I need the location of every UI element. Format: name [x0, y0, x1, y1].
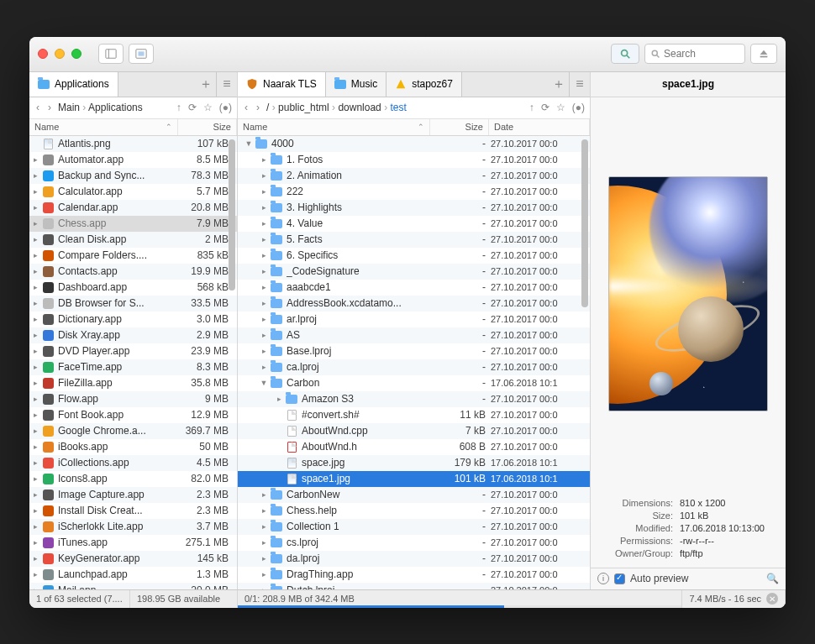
list-item[interactable]: ▸KeyGenerator.app145 kB — [29, 551, 237, 567]
list-item[interactable]: ▸Compare Folders....835 kB — [29, 248, 237, 264]
refresh-icon[interactable]: ⟳ — [541, 102, 549, 113]
mid-scrollbar[interactable] — [580, 136, 590, 589]
left-breadcrumb[interactable]: Main › Applications — [58, 102, 143, 113]
list-item[interactable]: ▸AS-27.10.2017 00:0 — [238, 327, 590, 343]
list-item[interactable]: ▸Amazon S3-27.10.2017 00:0 — [238, 391, 590, 407]
search-button[interactable] — [611, 44, 639, 64]
airdrop-icon[interactable]: (●) — [219, 102, 232, 113]
list-item[interactable]: ▸3. Highlights-27.10.2017 00:0 — [238, 200, 590, 216]
tab-music[interactable]: Music — [326, 72, 386, 97]
list-item[interactable]: ▸iCollections.app4.5 MB — [29, 455, 237, 471]
list-item[interactable]: ▸FaceTime.app8.3 MB — [29, 359, 237, 375]
minimize-window-button[interactable] — [55, 49, 65, 59]
list-item[interactable]: ▸Clean Disk.app2 MB — [29, 232, 237, 248]
list-item[interactable]: ▸Dashboard.app568 kB — [29, 280, 237, 296]
list-item[interactable]: ▸1. Fotos-27.10.2017 00:0 — [238, 152, 590, 168]
nav-up-icon[interactable]: ↑ — [176, 102, 181, 113]
list-item[interactable]: ▸Chess.app7.9 MB — [29, 216, 237, 232]
mid-breadcrumb[interactable]: / › public_html › download › test — [266, 102, 407, 113]
list-item[interactable]: ▸Image Capture.app2.3 MB — [29, 487, 237, 503]
tab-menu-button[interactable]: ≡ — [217, 72, 237, 97]
tab-menu-button[interactable]: ≡ — [570, 72, 590, 97]
list-item[interactable]: ▸Automator.app8.5 MB — [29, 152, 237, 168]
list-item[interactable]: #convert.sh#11 kB27.10.2017 00:0 — [238, 407, 590, 423]
list-item[interactable]: ▸Calculator.app5.7 MB — [29, 184, 237, 200]
list-item[interactable]: ▸Chess.help-27.10.2017 00:0 — [238, 503, 590, 519]
list-item[interactable]: ▸cs.lproj-27.10.2017 00:0 — [238, 535, 590, 551]
list-item[interactable]: ▸_CodeSignature-27.10.2017 00:0 — [238, 264, 590, 280]
list-item[interactable]: space1.jpg101 kB17.06.2018 10:1 — [238, 471, 590, 487]
list-item[interactable]: ▸Contacts.app19.9 MB — [29, 264, 237, 280]
cancel-transfer-button[interactable]: ✕ — [766, 593, 778, 605]
list-item[interactable]: ▸Launchpad.app1.3 MB — [29, 567, 237, 583]
col-size[interactable]: Size — [430, 119, 489, 135]
list-item[interactable]: ▸iBooks.app50 MB — [29, 439, 237, 455]
list-item[interactable]: ▸ar.lproj-27.10.2017 00:0 — [238, 312, 590, 327]
zoom-icon[interactable]: 🔍 — [766, 573, 779, 584]
favorite-icon[interactable]: ☆ — [556, 102, 565, 113]
list-item[interactable]: ▸Disk Xray.app2.9 MB — [29, 327, 237, 343]
left-file-list[interactable]: Atlantis.png107 kB▸Automator.app8.5 MB▸B… — [29, 136, 237, 589]
sidebar-toggle-button[interactable] — [98, 44, 124, 64]
zoom-window-button[interactable] — [71, 49, 82, 59]
list-item[interactable]: ▸Font Book.app12.9 MB — [29, 407, 237, 423]
tab-applications[interactable]: Applications — [29, 72, 118, 97]
list-item[interactable]: ▸ca.lproj-27.10.2017 00:0 — [238, 359, 590, 375]
list-item[interactable]: ▸Icons8.app82.0 MB — [29, 471, 237, 487]
list-item[interactable]: ▸Mail.app20.0 MB — [29, 583, 237, 589]
list-item[interactable]: ▸Dictionary.app3.0 MB — [29, 312, 237, 327]
list-item[interactable]: AboutWnd.cpp7 kB27.10.2017 00:0 — [238, 423, 590, 439]
tab-naarak-tls[interactable]: Naarak TLS — [238, 72, 326, 97]
nav-forward-button[interactable]: › — [255, 102, 261, 113]
nav-back-button[interactable]: ‹ — [34, 102, 41, 113]
list-item[interactable]: ▸Install Disk Creat...2.3 MB — [29, 503, 237, 519]
add-tab-button[interactable]: ＋ — [195, 72, 217, 97]
tab-stapoz67[interactable]: stapoz67 — [386, 72, 462, 97]
list-item[interactable]: ▸Flow.app9 MB — [29, 391, 237, 407]
col-date[interactable]: Date — [489, 119, 590, 135]
list-item[interactable]: ▸DragThing.app-27.10.2017 00:0 — [238, 567, 590, 583]
preview-toggle-button[interactable] — [129, 44, 154, 64]
list-item[interactable]: ▸DVD Player.app23.9 MB — [29, 343, 237, 359]
search-input[interactable] — [664, 48, 731, 60]
list-item[interactable]: ▸FileZilla.app35.8 MB — [29, 375, 237, 391]
search-field[interactable] — [644, 44, 745, 64]
list-item[interactable]: ▸4. Value-27.10.2017 00:0 — [238, 216, 590, 232]
list-item[interactable]: ▸2. Animation-27.10.2017 00:0 — [238, 168, 590, 184]
list-item[interactable]: ▸DB Browser for S...33.5 MB — [29, 296, 237, 312]
nav-back-button[interactable]: ‹ — [243, 102, 250, 113]
col-size[interactable]: Size — [178, 119, 237, 135]
list-item[interactable]: ▸CarbonNew-27.10.2017 00:0 — [238, 487, 590, 503]
list-item[interactable]: ▸iTunes.app275.1 MB — [29, 535, 237, 551]
col-name[interactable]: Name⌃ — [238, 119, 430, 135]
favorite-icon[interactable]: ☆ — [203, 102, 213, 113]
nav-forward-button[interactable]: › — [46, 102, 53, 113]
eject-button[interactable] — [750, 44, 777, 64]
list-item[interactable]: ▸Google Chrome.a...369.7 MB — [29, 423, 237, 439]
mid-file-list[interactable]: ▼4000-27.10.2017 00:0▸1. Fotos-27.10.201… — [238, 136, 590, 589]
list-item[interactable]: space.jpg179 kB17.06.2018 10:1 — [238, 455, 590, 471]
list-item[interactable]: ▸6. Specifics-27.10.2017 00:0 — [238, 248, 590, 264]
preview-thumbnail[interactable] — [608, 176, 768, 411]
list-item[interactable]: ▸iScherlokk Lite.app3.7 MB — [29, 519, 237, 535]
col-name[interactable]: Name⌃ — [29, 119, 178, 135]
list-item[interactable]: ▸Backup and Sync...78.3 MB — [29, 168, 237, 184]
list-item[interactable]: ▸aaabcde1-27.10.2017 00:0 — [238, 280, 590, 296]
list-item[interactable]: ▸Base.lproj-27.10.2017 00:0 — [238, 343, 590, 359]
list-item[interactable]: AboutWnd.h608 B27.10.2017 00:0 — [238, 439, 590, 455]
list-item[interactable]: ▸da.lproj-27.10.2017 00:0 — [238, 551, 590, 567]
list-item[interactable]: ▸AddressBook.xcdatamo...-27.10.2017 00:0 — [238, 296, 590, 312]
airdrop-icon[interactable]: (●) — [572, 102, 585, 113]
list-item[interactable]: ▸5. Facts-27.10.2017 00:0 — [238, 232, 590, 248]
refresh-icon[interactable]: ⟳ — [188, 102, 197, 113]
nav-up-icon[interactable]: ↑ — [529, 102, 534, 113]
list-item[interactable]: ▸Dutch.lproj-27.10.2017 00:0 — [238, 583, 590, 589]
info-icon[interactable]: i — [597, 573, 609, 584]
list-item[interactable]: ▸Calendar.app20.8 MB — [29, 200, 237, 216]
list-item[interactable]: ▸Collection 1-27.10.2017 00:0 — [238, 519, 590, 535]
list-item[interactable]: ▼Carbon-17.06.2018 10:1 — [238, 375, 590, 391]
auto-preview-checkbox[interactable] — [614, 573, 625, 584]
add-tab-button[interactable]: ＋ — [548, 72, 570, 97]
left-scrollbar[interactable] — [227, 136, 237, 589]
list-item[interactable]: ▸222-27.10.2017 00:0 — [238, 184, 590, 200]
